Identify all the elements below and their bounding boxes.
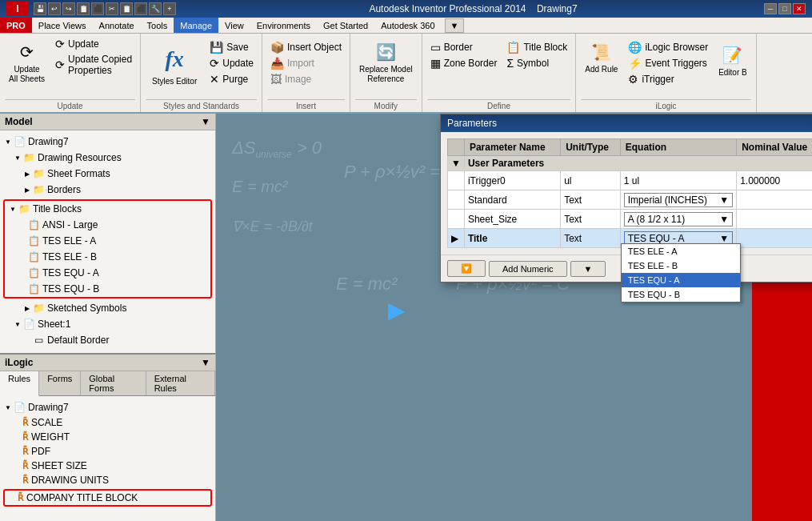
dropdown-tes-ele-a[interactable]: TES ELE - A	[622, 244, 740, 258]
title-block-btn[interactable]: 📋 Title Block	[503, 40, 570, 54]
param-eq-sheet-size[interactable]: A (8 1/2 x 11) ▼	[620, 210, 736, 229]
tree-drawing7[interactable]: ▼ 📄 Drawing7	[0, 134, 215, 150]
group-user-params: ▼ User Parameters	[448, 156, 813, 171]
ilogic-company-title-block[interactable]: ▶ R̃ COMPANY TITLE BLOCK	[5, 491, 210, 505]
param-name-itrigger0[interactable]: iTrigger0	[464, 171, 560, 190]
itrigger-btn[interactable]: ⚙ iTrigger	[625, 72, 711, 86]
title-dropdown-list: TES ELE - A TES ELE - B TES EQU - A TES …	[621, 243, 741, 303]
ilogic-pdf[interactable]: ▶ R̃ PDF	[10, 444, 215, 459]
expand-borders[interactable]: ▶	[22, 185, 32, 194]
sheet-size-label: SHEET SIZE	[31, 460, 87, 471]
tab-forms[interactable]: Forms	[39, 371, 81, 395]
tree-tes-ele-b[interactable]: ▶ 📋 TES ELE - B	[14, 249, 210, 265]
image-btn[interactable]: 🖼 Image	[267, 72, 345, 86]
ilogic-drawing-units[interactable]: ▶ R̃ DRAWING UNITS	[10, 473, 215, 487]
tree-tes-equ-b[interactable]: ▶ 📋 TES EQU - B	[14, 281, 210, 297]
close-btn[interactable]: ✕	[793, 3, 806, 14]
add-numeric-btn[interactable]: Add Numeric	[489, 261, 567, 277]
menu-bar: PRO Place Views Annotate Tools Manage Vi…	[0, 18, 812, 34]
ilogic-collapse[interactable]: ▼	[201, 357, 210, 368]
import-btn[interactable]: 📥 Import	[267, 56, 345, 70]
tree-default-border[interactable]: ▶ ▭ Default Border	[19, 332, 215, 348]
param-row-title: ▶ Title Text TES EQU - A ▼ TES ELE	[448, 229, 813, 248]
ilogic-weight[interactable]: ▶ R̃ WEIGHT	[10, 430, 215, 444]
model-panel-collapse[interactable]: ▼	[201, 116, 210, 127]
ilogic-drawing7[interactable]: ▼ 📄 Drawing7	[0, 399, 215, 415]
update-all-sheets-btn[interactable]: ⟳ UpdateAll Sheets	[5, 37, 49, 86]
update-copied-icon: ⟳	[55, 58, 65, 71]
styles-group-label: Styles and Standards	[146, 99, 257, 112]
tree-title-blocks[interactable]: ▼ 📁 Title Blocks	[5, 201, 210, 217]
menu-pro[interactable]: PRO	[0, 18, 32, 33]
tree-sheet-formats[interactable]: ▶ 📁 Sheet Formats	[19, 166, 215, 182]
purge-icon: ✕	[210, 73, 219, 86]
param-eq-standard[interactable]: Imperial (INCHES) ▼	[620, 190, 736, 210]
dropdown-tes-ele-b[interactable]: TES ELE - B	[622, 258, 740, 273]
menu-autodesk-360[interactable]: Autodesk 360	[374, 18, 441, 33]
expand-title-blocks[interactable]: ▼	[8, 204, 18, 214]
event-triggers-btn[interactable]: ⚡ Event Triggers	[625, 56, 711, 70]
tree-drawing-resources[interactable]: ▼ 📁 Drawing Resources	[10, 150, 215, 166]
update-styles-btn[interactable]: ⟳ Update	[206, 56, 257, 70]
toolbar-icon7: 📋	[120, 2, 133, 15]
menu-environments[interactable]: Environments	[250, 18, 317, 33]
standard-dropdown[interactable]: Imperial (INCHES) ▼	[624, 193, 733, 207]
ilogic-tab-bar: Rules Forms Global Forms External Rules	[0, 371, 215, 396]
update-btn[interactable]: ⟳ Update	[52, 37, 135, 51]
pdf-label: PDF	[31, 446, 50, 457]
tree-ansi-large[interactable]: ▶ 📋 ANSI - Large	[14, 217, 210, 233]
ilogic-scale[interactable]: ▶ R̃ SCALE	[10, 415, 215, 430]
ribbon-group-styles: fx Styles Editor 💾 Save ⟳ Update ✕ Purge…	[141, 34, 262, 112]
tab-global-forms[interactable]: Global Forms	[81, 371, 146, 395]
maximize-btn[interactable]: □	[778, 3, 791, 14]
expand-drawing7[interactable]: ▼	[3, 137, 13, 146]
menu-view[interactable]: View	[218, 18, 250, 33]
tree-borders[interactable]: ▶ 📁 Borders	[19, 182, 215, 198]
menu-manage[interactable]: Manage	[174, 18, 218, 33]
styles-editor-btn[interactable]: fx Styles Editor	[146, 37, 203, 91]
save-btn[interactable]: 💾 Save	[206, 40, 257, 54]
title-bar: I 💾 ↩ ↪ 📋 ⬛ ✂ 📋 ⬛ 🔧 + Autodesk Inventor …	[0, 0, 812, 18]
expand-sketched[interactable]: ▶	[22, 303, 32, 313]
filter-btn[interactable]: 🔽	[447, 260, 486, 277]
standard-dropdown-arrow: ▼	[719, 194, 729, 206]
border-btn[interactable]: ▭ Border	[427, 40, 501, 54]
dropdown-tes-equ-a[interactable]: TES EQU - A	[622, 273, 740, 287]
tab-rules[interactable]: Rules	[0, 371, 39, 396]
expand-sheet1[interactable]: ▼	[13, 319, 22, 329]
menu-annotate[interactable]: Annotate	[93, 18, 141, 33]
param-eq-itrigger0[interactable]: 1 ul	[620, 171, 736, 190]
tree-tes-ele-a[interactable]: ▶ 📋 TES ELE - A	[14, 233, 210, 249]
zone-border-btn[interactable]: ▦ Zone Border	[427, 56, 501, 70]
tree-sheet1[interactable]: ▼ 📄 Sheet:1	[10, 316, 215, 332]
menu-place-views[interactable]: Place Views	[32, 18, 93, 33]
param-eq-title[interactable]: TES EQU - A ▼ TES ELE - A TES ELE - B TE…	[620, 229, 736, 248]
editor-btn[interactable]: 📝 Editor B	[714, 40, 751, 80]
menu-tools[interactable]: Tools	[141, 18, 174, 33]
title-block-label: Title Block	[523, 42, 567, 53]
symbol-btn[interactable]: Σ Symbol	[503, 56, 570, 70]
add-rule-btn[interactable]: 📜 Add Rule	[581, 37, 622, 77]
minimize-btn[interactable]: ─	[764, 3, 777, 14]
dropdown-tes-equ-b[interactable]: TES EQU - B	[622, 287, 740, 302]
tree-tes-equ-a[interactable]: ▶ 📋 TES EQU - A	[14, 265, 210, 281]
ilogic-tree: ▼ 📄 Drawing7 ▶ R̃ SCALE ▶ R̃ WEIGHT ▶ R̃	[0, 396, 215, 511]
param-name-standard[interactable]: Standard	[464, 190, 560, 210]
tree-sketched-symbols[interactable]: ▶ 📁 Sketched Symbols	[19, 300, 215, 316]
drawing-resources-label: Drawing Resources	[38, 152, 122, 163]
sheet-size-dropdown[interactable]: A (8 1/2 x 11) ▼	[624, 212, 733, 226]
insert-object-btn[interactable]: 📦 Insert Object	[267, 40, 345, 54]
tab-external-rules[interactable]: External Rules	[146, 371, 215, 395]
purge-btn[interactable]: ✕ Purge	[206, 72, 257, 86]
expand-sheet-formats[interactable]: ▶	[22, 169, 32, 178]
ilogic-sheet-size[interactable]: ▶ R̃ SHEET SIZE	[10, 459, 215, 473]
param-name-sheet-size[interactable]: Sheet_Size	[464, 210, 560, 229]
expand-drawing-resources[interactable]: ▼	[13, 153, 22, 162]
replace-model-btn[interactable]: 🔄 Replace ModelReference	[355, 37, 417, 86]
param-name-title[interactable]: Title	[464, 229, 560, 248]
ilogic-browser-btn[interactable]: 🌐 iLogic Browser	[625, 40, 711, 54]
update-copied-btn[interactable]: ⟳ Update CopiedProperties	[52, 53, 135, 77]
add-numeric-arrow-btn[interactable]: ▼	[570, 261, 606, 277]
dropdown-arrow[interactable]: ▼	[445, 18, 465, 33]
menu-get-started[interactable]: Get Started	[317, 18, 374, 33]
